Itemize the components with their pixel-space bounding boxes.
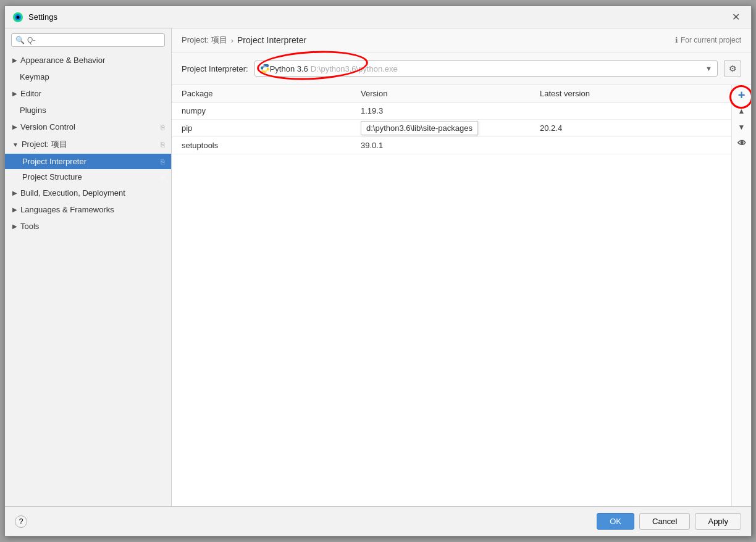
settings-dialog: Settings ✕ 🔍 ▶ Appearance & Behavior Key… [4,6,752,536]
sidebar-item-languages-frameworks[interactable]: ▶ Languages & Frameworks [5,201,171,218]
app-icon [12,12,23,23]
interpreter-settings-button[interactable]: ⚙ [724,60,741,77]
scroll-up-icon: ▲ [738,107,746,115]
package-name: setuptools [182,141,361,150]
right-panel: Project: 项目 › Project Interpreter ℹ For … [172,28,751,506]
window-title: Settings [28,12,57,22]
sidebar-item-appearance-behavior[interactable]: ▶ Appearance & Behavior [5,52,171,69]
cancel-button[interactable]: Cancel [639,513,690,530]
search-input[interactable] [27,36,161,44]
close-button[interactable]: ✕ [728,10,744,24]
col-version: Version [361,89,540,98]
footer: ? OK Cancel Apply [5,506,751,536]
gear-icon: ⚙ [729,64,737,73]
expand-arrow: ▶ [12,206,17,213]
scroll-down-icon: ▼ [738,123,746,131]
package-version: 1.19.3 [361,106,540,115]
sidebar-item-label: Keymap [20,72,49,81]
plus-btn-wrapper: + [734,88,749,102]
show-options-button[interactable]: 👁 [734,136,749,151]
copy-icon: ⎘ [161,158,165,165]
interpreter-name: Python 3.6 [270,64,308,73]
sidebar-item-label: Editor [20,89,41,98]
sidebar-item-project-structure[interactable]: Project Structure ⎘ [5,169,171,185]
expand-arrow: ▶ [12,223,17,230]
ok-button[interactable]: OK [597,513,634,530]
search-icon: 🔍 [15,36,25,44]
table-row[interactable]: numpy 1.19.3 [172,102,731,120]
sidebar-item-label: Languages & Frameworks [20,205,114,214]
table-area: Package Version Latest version numpy 1.1… [172,85,751,506]
sidebar-item-label: Project Structure [22,172,82,181]
sidebar-item-project[interactable]: ▼ Project: 项目 ⎘ [5,135,171,154]
copy-icon: ⎘ [161,141,165,148]
interpreter-path: D:\python3.6\python.exe [311,64,398,73]
eye-icon: 👁 [737,138,746,148]
table-row[interactable]: setuptools 39.0.1 [172,137,731,154]
title-bar-left: Settings [12,12,57,23]
help-icon: ? [19,517,23,526]
breadcrumb: Project: 项目 › Project Interpreter ℹ For … [172,28,751,52]
info-icon: ℹ [675,36,678,44]
sidebar-item-build-execution[interactable]: ▶ Build, Execution, Deployment [5,185,171,201]
package-version: 39.0.1 [361,141,540,150]
sidebar-item-label: Tools [20,222,39,231]
help-button[interactable]: ? [15,515,27,528]
scroll-up-button[interactable]: ▲ [734,104,749,119]
table-content: Package Version Latest version numpy 1.1… [172,85,731,506]
sidebar-item-version-control[interactable]: ▶ Version Control ⎘ [5,119,171,135]
expand-arrow: ▶ [12,90,17,97]
sidebar-item-label: Project: 项目 [22,139,67,150]
sidebar-item-label: Plugins [20,106,46,115]
sidebar-item-tools[interactable]: ▶ Tools [5,218,171,235]
for-current-project: ℹ For current project [675,36,741,44]
copy-icon: ⎘ [161,173,165,181]
sidebar-item-keymap[interactable]: Keymap [5,69,171,85]
sidebar: 🔍 ▶ Appearance & Behavior Keymap ▶ Edito… [5,28,172,506]
interpreter-label: Project Interpreter: [182,64,248,73]
table-header: Package Version Latest version [172,85,731,102]
breadcrumb-current: Project Interpreter [237,35,306,45]
package-latest: 20.2.4 [540,123,721,133]
python-icon [260,64,270,73]
interpreter-dropdown[interactable]: Python 3.6 D:\python3.6\python.exe ▼ [254,60,718,77]
package-version: d:\python3.6\lib\site-packages [361,123,540,133]
main-content: 🔍 ▶ Appearance & Behavior Keymap ▶ Edito… [5,28,751,506]
search-box[interactable]: 🔍 [11,33,165,47]
col-latest-version: Latest version [540,89,721,98]
apply-button[interactable]: Apply [695,513,741,530]
sidebar-item-label: Appearance & Behavior [20,56,105,65]
sidebar-item-label: Project Interpreter [22,157,86,166]
plus-icon: + [738,88,746,102]
expand-arrow: ▼ [12,141,19,148]
package-name: numpy [182,106,361,115]
breadcrumb-separator: › [231,36,233,45]
tooltip-bubble: d:\python3.6\lib\site-packages [361,121,478,135]
col-package: Package [182,89,361,98]
sidebar-item-project-interpreter[interactable]: Project Interpreter ⎘ [5,154,171,169]
sidebar-item-editor[interactable]: ▶ Editor [5,85,171,102]
for-current-project-text: For current project [681,36,741,44]
scroll-down-button[interactable]: ▼ [734,120,749,135]
sidebar-item-plugins[interactable]: Plugins [5,102,171,119]
expand-arrow: ▶ [12,190,17,196]
sidebar-item-label: Version Control [20,122,75,131]
interpreter-row: Project Interpreter: Python 3.6 D:\pytho… [172,52,751,85]
table-row[interactable]: pip d:\python3.6\lib\site-packages 20.2.… [172,120,731,137]
title-bar: Settings ✕ [5,6,751,28]
dropdown-arrow-icon: ▼ [705,65,712,72]
side-actions: + ▲ ▼ 👁 [731,85,751,506]
svg-point-2 [17,15,20,19]
breadcrumb-parent: Project: 项目 [182,35,227,46]
expand-arrow: ▶ [12,57,17,64]
add-package-button[interactable]: + [734,88,749,102]
copy-icon: ⎘ [161,123,165,131]
expand-arrow: ▶ [12,123,17,130]
sidebar-item-label: Build, Execution, Deployment [20,188,125,198]
package-name: pip [182,123,361,133]
